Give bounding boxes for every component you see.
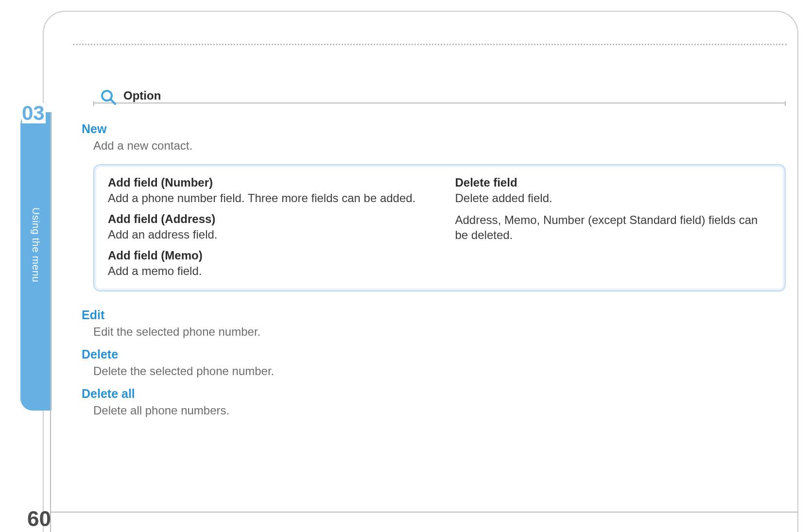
page-number: 60 — [27, 507, 51, 531]
dotted-divider — [73, 44, 787, 45]
callout-box: Add field (Number) Add a phone number fi… — [93, 164, 786, 292]
section-title-delete-all: Delete all — [82, 387, 786, 401]
vertical-rule — [50, 113, 51, 532]
callout-item: Delete field Delete added field. — [455, 176, 772, 206]
section-desc-delete: Delete the selected phone number. — [93, 364, 786, 378]
option-heading-rule — [93, 103, 786, 103]
section-title-delete: Delete — [82, 347, 786, 361]
callout-item-title: Add field (Memo) — [108, 249, 424, 262]
section-title-new: New — [82, 122, 786, 136]
section-desc-edit: Edit the selected phone number. — [93, 325, 786, 339]
side-tab-label: Using the menu — [30, 207, 42, 282]
chapter-side-tab: Using the menu — [21, 113, 51, 410]
callout-item-desc: Add a memo field. — [108, 263, 424, 278]
callout-item-desc: Add an address field. — [108, 227, 424, 242]
callout-item-title: Add field (Number) — [108, 176, 424, 189]
callout-item: Add field (Address) Add an address field… — [108, 212, 424, 242]
callout-note: Address, Memo, Number (except Standard f… — [455, 212, 772, 242]
svg-line-1 — [111, 100, 115, 104]
option-heading-row: Option — [93, 85, 786, 106]
magnifier-icon — [100, 89, 117, 107]
callout-item-title: Add field (Address) — [108, 212, 424, 226]
section-list: Edit Edit the selected phone number. Del… — [82, 308, 786, 417]
section-new: New Add a new contact. Add field (Number… — [82, 122, 786, 292]
chapter-number: 03 — [22, 103, 46, 123]
content-area: Option New Add a new contact. Add field … — [82, 85, 786, 417]
callout-item: Add field (Memo) Add a memo field. — [108, 249, 424, 278]
callout-item-desc: Delete added field. — [455, 190, 772, 206]
option-heading-label: Option — [123, 89, 161, 103]
callout-item-desc: Add a phone number field. Three more fie… — [108, 190, 424, 206]
callout-item-title: Delete field — [455, 176, 772, 189]
bottom-rule — [50, 512, 798, 513]
callout-item: Add field (Number) Add a phone number fi… — [108, 176, 424, 206]
section-title-edit: Edit — [82, 308, 786, 322]
section-desc-delete-all: Delete all phone numbers. — [93, 404, 786, 417]
section-desc-new: Add a new contact. — [93, 139, 786, 153]
